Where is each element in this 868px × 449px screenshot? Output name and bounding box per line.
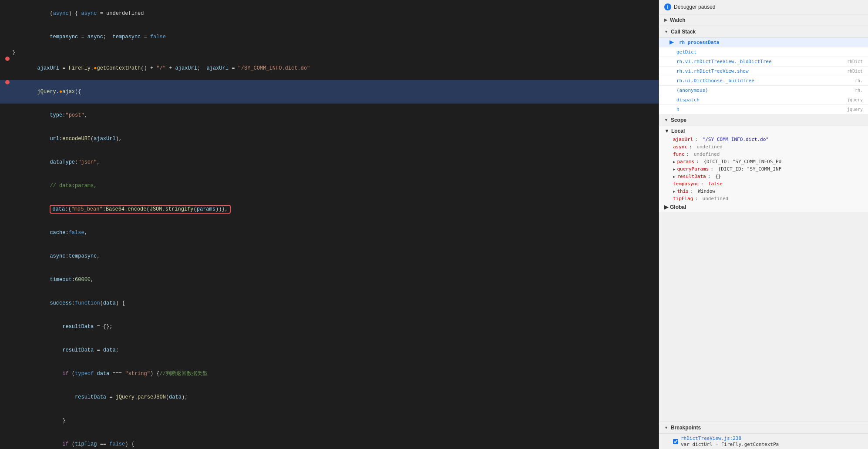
- call-stack-fn-name: dispatch: [676, 97, 700, 103]
- breakpoint-entry: rhDictTreeView.js:238 var dictUrl = Fire…: [659, 434, 868, 449]
- code-content: cache:false,: [12, 221, 655, 245]
- code-content: url:encodeURI(ajaxUrl),: [12, 127, 655, 151]
- scope-label: Scope: [671, 117, 686, 123]
- scope-prop-name: ajaxUrl: [673, 137, 693, 142]
- breakpoint-file: rhDictTreeView.js:238: [681, 436, 779, 441]
- code-line: timeout:60000,: [0, 268, 659, 292]
- code-panel[interactable]: (async) { async = underdefined tempasync…: [0, 0, 659, 449]
- expand-triangle-icon: ▶: [673, 160, 675, 164]
- call-stack-triangle: ▼: [664, 30, 668, 34]
- scope-prop-value: "/SY_COMM_INFO.dict.do": [703, 137, 769, 142]
- code-line: (async) { async = underdefined: [0, 2, 659, 25]
- scope-local-triangle: ▼: [664, 128, 670, 134]
- scope-prop-separator: :: [696, 159, 702, 164]
- code-content: (async) { async = underdefined: [12, 2, 655, 25]
- scope-prop-separator: :: [701, 181, 707, 187]
- scope-prop-name: tempasync: [673, 181, 699, 187]
- code-line: dataType:"json",: [0, 151, 659, 174]
- scope-prop-name: queryParams: [677, 166, 709, 172]
- call-stack-item[interactable]: h jquery: [659, 105, 868, 114]
- call-stack-section-header[interactable]: ▼ Call Stack: [659, 26, 868, 38]
- breakpoints-label: Breakpoints: [671, 425, 701, 431]
- call-stack-file-ref: rhDict: [847, 69, 863, 74]
- code-content: data:{"md5_bean":Base64.encode(JSON.stri…: [12, 198, 655, 221]
- code-content: resultData = jQuery.parseJSON(data);: [12, 385, 655, 409]
- code-line-data: data:{"md5_bean":Base64.encode(JSON.stri…: [0, 198, 659, 221]
- watch-section-header[interactable]: ▶ Watch: [659, 14, 868, 26]
- scope-item-this[interactable]: ▶ this : Window: [659, 188, 868, 195]
- watch-label: Watch: [670, 17, 686, 23]
- line-gutter: [0, 80, 12, 84]
- call-stack-item[interactable]: rh.ui.DictChoose._buildTree rh.: [659, 76, 868, 86]
- call-stack-item[interactable]: getDict: [659, 47, 868, 57]
- call-stack-item[interactable]: rh.vi.rhDictTreeView.show rhDict: [659, 67, 868, 76]
- scope-global-label: Global: [670, 204, 686, 210]
- right-panel-scroll[interactable]: ▶ Watch ▼ Call Stack rh_processData getD…: [659, 14, 868, 449]
- scope-prop-separator: :: [695, 196, 700, 201]
- code-content: async:tempasync,: [12, 245, 655, 268]
- scope-item-params[interactable]: ▶ params : {DICT_ID: "SY_COMM_INFOS_PU: [659, 158, 868, 165]
- code-content: timeout:60000,: [12, 268, 655, 292]
- scope-item-ajaxurl: ajaxUrl : "/SY_COMM_INFO.dict.do": [659, 136, 868, 143]
- code-line: type:"post",: [0, 104, 659, 127]
- call-stack-item[interactable]: rh_processData: [659, 38, 868, 47]
- scope-item-resultdata[interactable]: ▶ resultData : {}: [659, 173, 868, 180]
- call-stack-fn-name: rh_processData: [679, 40, 720, 45]
- expand-triangle-icon: ▶: [673, 174, 675, 179]
- call-stack-item[interactable]: dispatch jquery: [659, 95, 868, 105]
- scope-prop-name: this: [677, 188, 689, 194]
- call-stack-fn-name: rh.ui.DictChoose._buildTree: [676, 78, 754, 84]
- scope-global-header[interactable]: ▶ Global: [659, 202, 868, 212]
- scope-prop-value: {}: [715, 174, 721, 179]
- code-content: resultData = data;: [12, 338, 655, 362]
- scope-local-header[interactable]: ▼ Local: [659, 126, 868, 136]
- call-stack-fn-name: rh.vi.rhDictTreeView.show: [676, 68, 749, 74]
- scope-prop-separator: :: [695, 137, 700, 142]
- code-content: if (typeof data === "string") {//判断返回数据类…: [12, 362, 655, 385]
- scope-prop-value: undefined: [703, 196, 729, 201]
- scope-item-tipflag: tipFlag : undefined: [659, 195, 868, 202]
- code-line: resultData = {};: [0, 315, 659, 338]
- scope-item-queryparams[interactable]: ▶ queryParams : {DICT_ID: "SY_COMM_INF: [659, 165, 868, 173]
- scope-section-header[interactable]: ▼ Scope: [659, 114, 868, 126]
- code-line: async:tempasync,: [0, 245, 659, 268]
- breakpoint-dot: [5, 80, 10, 84]
- breakpoint-checkbox[interactable]: [673, 439, 678, 444]
- code-line: ajaxUrl = FireFly.●getContextPath() + "/…: [0, 57, 659, 80]
- call-stack-item[interactable]: rh.vi.rhDictTreeView._bldDictTree rhDict: [659, 57, 868, 67]
- scope-item-async: async : undefined: [659, 143, 868, 151]
- call-stack-file-ref: rh.: [855, 88, 863, 93]
- call-stack-fn-name: h: [676, 107, 680, 112]
- info-icon: i: [664, 3, 671, 10]
- scope-prop-name: async: [673, 144, 687, 150]
- code-line: // data:params,: [0, 174, 659, 198]
- scope-prop-name: resultData: [677, 174, 706, 179]
- scope-prop-value: {DICT_ID: "SY_COMM_INF: [718, 166, 782, 172]
- scope-prop-value: Window: [698, 188, 715, 194]
- code-content: if (tipFlag == false) {: [12, 432, 655, 449]
- call-stack-fn-name: (anonymous): [676, 87, 708, 93]
- code-line: cache:false,: [0, 221, 659, 245]
- scope-prop-value: false: [708, 181, 723, 187]
- call-stack-file-ref: jquery: [847, 107, 863, 112]
- scope-local-label: Local: [671, 128, 685, 134]
- code-line: success:function(data) {: [0, 292, 659, 315]
- scope-prop-separator: :: [708, 174, 713, 179]
- code-content: success:function(data) {: [12, 292, 655, 315]
- scope-prop-value: undefined: [696, 144, 723, 150]
- debugger-status: Debugger paused: [674, 4, 715, 10]
- code-content: // data:params,: [12, 174, 655, 198]
- scope-global-triangle: ▶: [664, 204, 668, 210]
- scope-prop-name: func: [673, 151, 685, 157]
- code-line: url:encodeURI(ajaxUrl),: [0, 127, 659, 151]
- code-content: jQuery.●ajax({: [12, 80, 655, 104]
- scope-group-global: ▶ Global: [659, 202, 868, 212]
- code-line: if (tipFlag == false) {: [0, 432, 659, 449]
- call-stack-item[interactable]: (anonymous) rh.: [659, 86, 868, 95]
- breakpoint-code: var dictUrl = FireFly.getContextPa: [681, 442, 779, 447]
- code-line: }: [0, 409, 659, 432]
- expand-triangle-icon: ▶: [673, 167, 675, 171]
- code-content: tempasync = async; tempasync = false: [12, 25, 655, 49]
- breakpoints-section-header[interactable]: ▼ Breakpoints: [659, 422, 868, 434]
- call-stack-file-ref: rhDict: [847, 59, 863, 64]
